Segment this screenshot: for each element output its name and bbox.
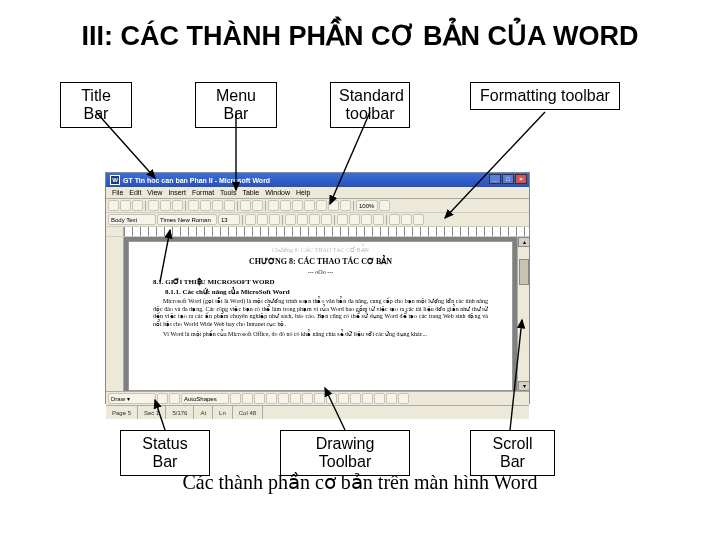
line-style-icon[interactable] (350, 393, 361, 404)
italic-icon[interactable] (257, 214, 268, 225)
caption: Các thành phần cơ bản trên màn hình Word (0, 470, 720, 494)
justify-icon[interactable] (321, 214, 332, 225)
cut-icon[interactable] (188, 200, 199, 211)
print-icon[interactable] (148, 200, 159, 211)
redo-icon[interactable] (252, 200, 263, 211)
show-hide-icon[interactable] (340, 200, 351, 211)
document-area: Chương 8: CÁC THAO TÁC CƠ BẢN CHƯƠNG 8: … (106, 237, 529, 391)
titlebar[interactable]: W GT Tin hoc can ban Phan II - Microsoft… (106, 173, 529, 187)
status-ln: Ln (213, 406, 233, 419)
textbox-icon[interactable] (278, 393, 289, 404)
decrease-indent-icon[interactable] (361, 214, 372, 225)
menu-insert[interactable]: Insert (168, 189, 186, 196)
close-button[interactable]: × (515, 174, 527, 184)
spell-icon[interactable] (172, 200, 183, 211)
rectangle-icon[interactable] (254, 393, 265, 404)
label-titlebar: Title Bar (60, 82, 132, 128)
formatting-toolbar: Body Text Times New Roman 13 (106, 213, 529, 227)
oval-icon[interactable] (266, 393, 277, 404)
menu-table[interactable]: Table (242, 189, 259, 196)
shadow-icon[interactable] (386, 393, 397, 404)
titlebar-text: GT Tin hoc can ban Phan II - Microsoft W… (123, 177, 270, 184)
wordart-icon[interactable] (290, 393, 301, 404)
page[interactable]: Chương 8: CÁC THAO TÁC CƠ BẢN CHƯƠNG 8: … (128, 241, 513, 391)
minimize-button[interactable]: _ (489, 174, 501, 184)
excel-icon[interactable] (292, 200, 303, 211)
arrow-icon[interactable] (242, 393, 253, 404)
vertical-scrollbar[interactable]: ▴ ▾ (517, 237, 529, 391)
word-window: W GT Tin hoc can ban Phan II - Microsoft… (105, 172, 530, 404)
font-color-icon[interactable] (413, 214, 424, 225)
zoom-select[interactable]: 100% (356, 200, 378, 211)
doc-heading-1: CHƯƠNG 8: CÁC THAO TÁC CƠ BẢN (153, 257, 488, 266)
map-icon[interactable] (328, 200, 339, 211)
font-color-draw-icon[interactable] (338, 393, 349, 404)
menu-window[interactable]: Window (265, 189, 290, 196)
draw-menu[interactable]: Draw ▾ (108, 393, 156, 404)
help-icon[interactable] (379, 200, 390, 211)
bullets-icon[interactable] (349, 214, 360, 225)
page-header: Chương 8: CÁC THAO TÁC CƠ BẢN (153, 246, 488, 253)
paste-icon[interactable] (212, 200, 223, 211)
copy-icon[interactable] (200, 200, 211, 211)
scroll-down-icon[interactable]: ▾ (518, 381, 530, 391)
statusbar: Page 5 Sec 1 5/176 At Ln Col 48 (106, 405, 529, 419)
menu-format[interactable]: Format (192, 189, 214, 196)
doc-paragraph-2: Vì Word là một phần của Microsoft Office… (153, 331, 488, 339)
font-select[interactable]: Times New Roman (157, 214, 217, 225)
menu-help[interactable]: Help (296, 189, 310, 196)
open-icon[interactable] (120, 200, 131, 211)
menubar[interactable]: File Edit View Insert Format Tools Table… (106, 187, 529, 199)
drawing-icon[interactable] (316, 200, 327, 211)
new-icon[interactable] (108, 200, 119, 211)
hyperlink-icon[interactable] (268, 200, 279, 211)
label-standard-toolbar: Standard toolbar (330, 82, 410, 128)
menu-view[interactable]: View (147, 189, 162, 196)
line-color-icon[interactable] (326, 393, 337, 404)
tables-icon[interactable] (280, 200, 291, 211)
style-select[interactable]: Body Text (108, 214, 156, 225)
save-icon[interactable] (132, 200, 143, 211)
standard-toolbar: 100% (106, 199, 529, 213)
fill-color-icon[interactable] (314, 393, 325, 404)
doc-section-81: 8.1. GIỚI THIỆU MICROSOFT WORD (153, 278, 488, 286)
status-col: Col 48 (233, 406, 263, 419)
align-center-icon[interactable] (297, 214, 308, 225)
underline-icon[interactable] (269, 214, 280, 225)
increase-indent-icon[interactable] (373, 214, 384, 225)
maximize-button[interactable]: □ (502, 174, 514, 184)
3d-icon[interactable] (398, 393, 409, 404)
menu-edit[interactable]: Edit (129, 189, 141, 196)
status-at: At (194, 406, 213, 419)
select-objects-icon[interactable] (157, 393, 168, 404)
scroll-thumb[interactable] (519, 259, 529, 285)
align-right-icon[interactable] (309, 214, 320, 225)
status-sec: Sec 1 (138, 406, 166, 419)
ruler[interactable] (106, 227, 529, 237)
borders-icon[interactable] (389, 214, 400, 225)
doc-section-811: 8.1.1. Các chức năng của MicroSoft Word (165, 288, 488, 296)
doc-paragraph-1: Microsoft Word (gọi tắt là Word) là một … (153, 298, 488, 328)
highlight-icon[interactable] (401, 214, 412, 225)
scroll-up-icon[interactable]: ▴ (518, 237, 530, 247)
numbering-icon[interactable] (337, 214, 348, 225)
status-page: Page 5 (106, 406, 138, 419)
rotate-icon[interactable] (169, 393, 180, 404)
line-icon[interactable] (230, 393, 241, 404)
autoshapes-menu[interactable]: AutoShapes (181, 393, 229, 404)
status-pages: 5/176 (166, 406, 194, 419)
arrow-style-icon[interactable] (374, 393, 385, 404)
label-formatting-toolbar: Formatting toolbar (470, 82, 620, 110)
menu-file[interactable]: File (112, 189, 123, 196)
size-select[interactable]: 13 (218, 214, 240, 225)
preview-icon[interactable] (160, 200, 171, 211)
undo-icon[interactable] (240, 200, 251, 211)
format-painter-icon[interactable] (224, 200, 235, 211)
align-left-icon[interactable] (285, 214, 296, 225)
bold-icon[interactable] (245, 214, 256, 225)
label-menubar: Menu Bar (195, 82, 277, 128)
columns-icon[interactable] (304, 200, 315, 211)
dash-style-icon[interactable] (362, 393, 373, 404)
menu-tools[interactable]: Tools (220, 189, 236, 196)
clipart-icon[interactable] (302, 393, 313, 404)
